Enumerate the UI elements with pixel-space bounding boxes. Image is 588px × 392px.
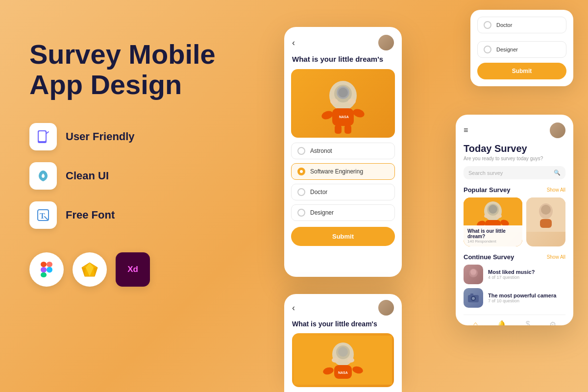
radio-astronot[interactable]	[297, 147, 305, 155]
svg-point-20	[320, 109, 334, 121]
nav-home-icon[interactable]: ⌂	[473, 320, 478, 325]
today-survey-card: ≡ Today Survey Are you ready to survey t…	[456, 115, 573, 325]
search-placeholder: Search survey	[468, 170, 503, 176]
option-doctor[interactable]: Doctor	[291, 184, 395, 200]
continue-thumb-camera	[464, 288, 483, 308]
right-options-list: Doctor Designer	[477, 17, 566, 58]
show-all-popular[interactable]: Show All	[547, 187, 565, 193]
bottom-back-button[interactable]: ‹	[292, 303, 295, 313]
camera-title: The most powerful camera	[488, 293, 556, 298]
today-survey-subtitle: Are you ready to survey today guys?	[464, 156, 565, 161]
svg-point-21	[352, 107, 366, 119]
svg-point-54	[347, 358, 354, 363]
option-astronot[interactable]: Astronot	[291, 143, 395, 159]
right-radio-designer[interactable]	[484, 46, 491, 53]
right-top-card: Doctor Designer Submit	[470, 10, 573, 86]
svg-point-49	[338, 347, 348, 357]
search-icon: 🔍	[554, 170, 561, 176]
radio-designer[interactable]	[297, 209, 305, 217]
popular-card-dream-text: What is our little dream? 140 Respondent	[464, 225, 522, 246]
popular-card-dream-title: What is our little dream?	[467, 228, 518, 239]
svg-point-23	[348, 98, 356, 104]
svg-point-35	[496, 214, 502, 218]
option-software[interactable]: Software Enginering	[291, 163, 395, 180]
svg-text:NASA: NASA	[339, 115, 349, 119]
svg-point-44	[472, 297, 475, 300]
user-friendly-icon	[29, 123, 57, 150]
today-survey-title: Today Survey	[464, 143, 565, 154]
svg-line-2	[47, 132, 49, 133]
feature-clean-ui: Clean UI	[29, 162, 235, 190]
svg-text:NASA: NASA	[338, 371, 348, 374]
back-button[interactable]: ‹	[292, 38, 295, 48]
bottom-phone-header: ‹	[292, 300, 394, 316]
svg-rect-26	[344, 125, 351, 134]
music-progress: 4 of 17 question	[488, 275, 535, 280]
music-title: Most liked music?	[488, 269, 535, 275]
svg-point-34	[484, 214, 490, 218]
popular-card-dream2[interactable]	[526, 197, 565, 246]
radio-doctor[interactable]	[297, 188, 305, 196]
continue-list: Most liked music? 4 of 17 question The m…	[464, 265, 565, 308]
right-option-designer[interactable]: Designer	[477, 41, 566, 58]
left-section: Survey MobileApp Design User Friendly Cl…	[29, 39, 235, 287]
right-submit-button[interactable]: Submit	[477, 63, 566, 79]
svg-rect-45	[470, 294, 473, 295]
continue-section-title: Continue Survey	[464, 253, 514, 261]
options-list: Astronot Software Enginering Doctor Desi…	[284, 138, 402, 221]
clean-ui-icon	[29, 162, 57, 190]
continue-item-music[interactable]: Most liked music? 4 of 17 question	[464, 265, 565, 284]
avatar	[378, 35, 394, 50]
feature-user-friendly: User Friendly	[29, 123, 235, 150]
continue-info-camera: The most powerful camera 7 of 10 questio…	[488, 293, 556, 303]
center-phone-question: What is your little dream's	[284, 54, 402, 69]
search-bar[interactable]: Search survey 🔍	[464, 166, 565, 179]
free-font-icon: T	[29, 201, 57, 229]
continue-section-header: Continue Survey Show All	[464, 253, 565, 261]
show-all-continue[interactable]: Show All	[547, 254, 565, 260]
center-phone-header: ‹	[284, 27, 402, 54]
center-phone: ‹ What is your little dream's NASA	[284, 27, 402, 277]
submit-button[interactable]: Submit	[291, 227, 395, 246]
astronaut-image: NASA	[291, 69, 395, 138]
radio-software[interactable]	[297, 168, 305, 175]
survey-header: ≡	[464, 122, 565, 138]
feature-free-font: T Free Font	[29, 201, 235, 229]
popular-card-dream-resp: 140 Respondent	[467, 239, 518, 244]
feature-list: User Friendly Clean UI T Free Font	[29, 123, 235, 229]
bottom-phone-question: What is your little dream's	[292, 319, 394, 333]
option-designer[interactable]: Designer	[291, 204, 395, 221]
popular-cards: What is our little dream? 140 Respondent	[464, 197, 565, 246]
continue-thumb-music	[464, 265, 483, 284]
svg-point-22	[330, 98, 338, 104]
tool-icons: Xd	[29, 252, 235, 287]
bottom-nav: ⌂ 🔔 $ ⚙	[464, 315, 565, 325]
feature-clean-ui-label: Clean UI	[66, 170, 109, 182]
nav-settings-icon[interactable]: ⚙	[549, 320, 556, 325]
svg-rect-7	[41, 267, 47, 272]
page-title: Survey MobileApp Design	[29, 39, 235, 99]
figma-icon	[29, 252, 64, 287]
nav-bell-icon[interactable]: 🔔	[497, 320, 507, 325]
svg-point-38	[541, 205, 551, 215]
bottom-avatar	[378, 300, 394, 316]
right-option-doctor[interactable]: Doctor	[477, 17, 566, 33]
feature-free-font-label: Free Font	[66, 209, 115, 221]
bottom-phone: ‹ What is your little dream's NASA	[284, 294, 402, 392]
svg-text:T: T	[40, 212, 45, 220]
bottom-astronaut-image: NASA	[292, 333, 394, 387]
right-radio-doctor[interactable]	[484, 21, 491, 29]
popular-card-dream[interactable]: What is our little dream? 140 Respondent	[464, 197, 522, 246]
sketch-icon	[73, 252, 107, 287]
svg-rect-1	[39, 131, 46, 141]
svg-rect-6	[41, 262, 47, 267]
svg-rect-8	[41, 272, 47, 277]
svg-rect-25	[335, 125, 342, 134]
popular-section-title: Popular Survey	[464, 186, 510, 194]
survey-avatar	[550, 122, 565, 138]
camera-progress: 7 of 10 question	[488, 298, 556, 303]
nav-dollar-icon[interactable]: $	[526, 320, 530, 325]
menu-icon[interactable]: ≡	[464, 126, 468, 135]
continue-item-camera[interactable]: The most powerful camera 7 of 10 questio…	[464, 288, 565, 308]
svg-rect-39	[540, 219, 552, 228]
